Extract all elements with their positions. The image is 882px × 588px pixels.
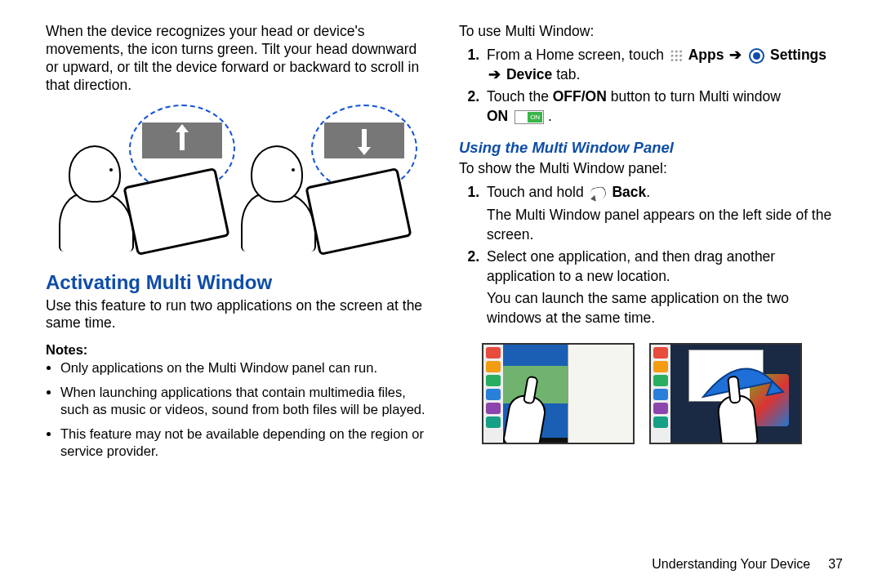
step-text: button to turn Multi window <box>611 88 781 105</box>
settings-label: Settings <box>770 47 826 63</box>
panel-subheading: Using the Multi Window Panel <box>459 139 843 157</box>
tilt-up-figure <box>59 108 234 255</box>
arrow-down-icon <box>362 129 367 150</box>
step-text: . <box>646 184 650 200</box>
apps-label: Apps <box>688 47 724 63</box>
back-icon <box>589 186 606 201</box>
panel-step-1: Touch and hold Back. The Multi Window pa… <box>483 183 843 244</box>
multiwindow-screenshots <box>482 343 843 444</box>
show-intro: To show the Multi Window panel: <box>459 160 843 178</box>
offon-label: OFF/ON <box>553 88 607 105</box>
notes-list: Only applications on the Multi Window pa… <box>46 359 430 466</box>
tablet-icon <box>305 167 412 255</box>
use-intro: To use Multi Window: <box>459 23 843 41</box>
step-text: tab. <box>552 66 580 82</box>
use-step-1: From a Home screen, touch Apps ➔ Setting… <box>483 46 843 84</box>
back-label: Back <box>612 184 646 200</box>
on-toggle-text: ON <box>528 112 542 122</box>
person-head-icon <box>69 145 121 203</box>
on-label: ON <box>487 108 508 124</box>
left-column: When the device recognizes your head or … <box>46 23 451 572</box>
screenshot-drag-app <box>649 343 802 444</box>
panel-steps: Touch and hold Back. The Multi Window pa… <box>459 183 843 331</box>
page-number: 37 <box>828 557 843 572</box>
tablet-icon <box>122 167 229 255</box>
use-steps: From a Home screen, touch Apps ➔ Setting… <box>459 46 843 130</box>
screen-icon <box>142 122 222 158</box>
activating-heading: Activating Multi Window <box>46 271 430 294</box>
right-column: To use Multi Window: From a Home screen,… <box>451 23 843 572</box>
use-step-2: Touch the OFF/ON button to turn Multi wi… <box>483 87 843 126</box>
step-text: Touch and hold <box>487 184 588 200</box>
app-tray-icon <box>651 345 670 443</box>
arrow-right-icon: ➔ <box>487 66 502 82</box>
person-head-icon <box>251 145 303 203</box>
step-text: Touch the <box>487 88 553 105</box>
manual-page: When the device recognizes your head or … <box>0 0 882 588</box>
device-label: Device <box>506 66 552 82</box>
step-result: You can launch the same application on t… <box>487 290 789 326</box>
arrow-right-icon: ➔ <box>728 47 743 63</box>
app-tray-icon <box>483 345 503 443</box>
notes-label: Notes: <box>46 342 430 358</box>
settings-gear-icon <box>749 48 764 64</box>
on-toggle-icon: ON <box>514 110 544 124</box>
screenshot-open-panel <box>482 343 635 444</box>
footer-section: Understanding Your Device <box>652 557 810 572</box>
note-item: This feature may not be available depend… <box>60 425 430 461</box>
tilt-illustration <box>46 108 430 255</box>
note-item: Only applications on the Multi Window pa… <box>60 359 430 376</box>
arrow-up-icon <box>180 129 185 150</box>
tilt-intro-paragraph: When the device recognizes your head or … <box>46 23 430 95</box>
apps-grid-icon <box>670 49 683 62</box>
screen-icon <box>324 122 404 158</box>
step-text: Select one application, and then drag an… <box>487 248 775 284</box>
page-footer: Understanding Your Device 37 <box>459 549 843 572</box>
step-text: From a Home screen, touch <box>487 47 668 63</box>
note-item: When launching applications that contain… <box>60 384 430 419</box>
panel-step-2: Select one application, and then drag an… <box>483 247 843 328</box>
tilt-down-figure <box>241 108 416 255</box>
activating-desc: Use this feature to run two applications… <box>46 297 430 333</box>
step-result: The Multi Window panel appears on the le… <box>487 207 831 243</box>
